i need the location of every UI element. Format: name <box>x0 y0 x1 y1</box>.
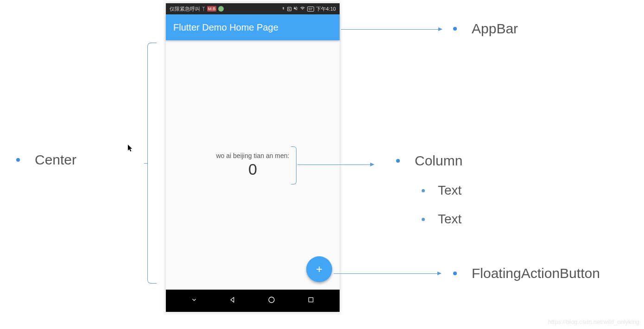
collapse-icon[interactable] <box>191 297 197 305</box>
notification-badge: M.B <box>207 6 216 12</box>
bullet-icon <box>453 27 457 31</box>
label-fab: FloatingActionButton <box>453 266 600 281</box>
bracket-center <box>147 43 157 284</box>
arrow-column <box>297 164 374 165</box>
bracket-column <box>291 146 297 184</box>
svg-marker-0 <box>231 297 234 303</box>
plus-icon: + <box>316 263 322 276</box>
label-center: Center <box>16 152 76 168</box>
svg-point-1 <box>269 297 274 303</box>
scaffold-body: wo ai beijing tian an men: 0 + <box>166 40 340 290</box>
back-icon[interactable] <box>229 296 236 305</box>
label-column: Column <box>396 153 462 169</box>
phone-frame: 仅限紧急呼叫 ᛉ M.B N 97 下午4:10 Flutter Demo Ho… <box>166 3 340 312</box>
label-text-1-text: Text <box>438 183 461 198</box>
text-widget-1: wo ai beijing tian an men: <box>216 152 290 159</box>
label-column-text: Column <box>415 153 462 169</box>
status-right: N 97 下午4:10 <box>281 6 336 13</box>
status-time: 下午4:10 <box>316 6 336 13</box>
bullet-icon <box>16 158 20 162</box>
wechat-icon <box>218 6 224 12</box>
mute-icon <box>293 6 298 12</box>
battery-icon: 97 <box>307 6 314 12</box>
arrow-appbar <box>341 29 442 30</box>
floating-action-button[interactable]: + <box>306 256 332 282</box>
bullet-icon <box>453 272 457 275</box>
bullet-icon <box>396 159 400 163</box>
recents-icon[interactable] <box>307 296 315 305</box>
bullet-icon <box>422 218 425 221</box>
cursor-icon <box>128 145 133 153</box>
label-fab-text: FloatingActionButton <box>472 266 600 281</box>
column-widget: wo ai beijing tian an men: 0 <box>216 152 290 178</box>
svg-rect-2 <box>309 297 313 302</box>
app-bar: Flutter Demo Home Page <box>166 14 340 40</box>
app-bar-title: Flutter Demo Home Page <box>173 22 278 33</box>
bullet-icon <box>422 189 425 192</box>
watermark: https://blog.csdn.net/wild_onlyking <box>548 318 639 325</box>
label-text-2-text: Text <box>438 212 461 227</box>
wifi-icon <box>300 6 305 12</box>
bluetooth-icon <box>281 6 285 12</box>
arrow-fab <box>334 273 441 274</box>
home-icon[interactable] <box>267 296 276 306</box>
text-widget-counter: 0 <box>248 160 257 178</box>
android-nav-bar <box>166 290 340 312</box>
label-appbar-text: AppBar <box>472 21 518 37</box>
status-bar: 仅限紧急呼叫 ᛉ M.B N 97 下午4:10 <box>166 3 340 14</box>
label-text-2: Text <box>422 212 461 227</box>
status-left: 仅限紧急呼叫 ᛉ M.B <box>170 6 224 13</box>
hotspot-icon: ᛉ <box>202 6 205 12</box>
label-center-text: Center <box>35 152 76 168</box>
status-carrier-text: 仅限紧急呼叫 <box>170 6 200 13</box>
label-appbar: AppBar <box>453 21 518 37</box>
nfc-icon: N <box>287 7 291 11</box>
label-text-1: Text <box>422 183 461 198</box>
